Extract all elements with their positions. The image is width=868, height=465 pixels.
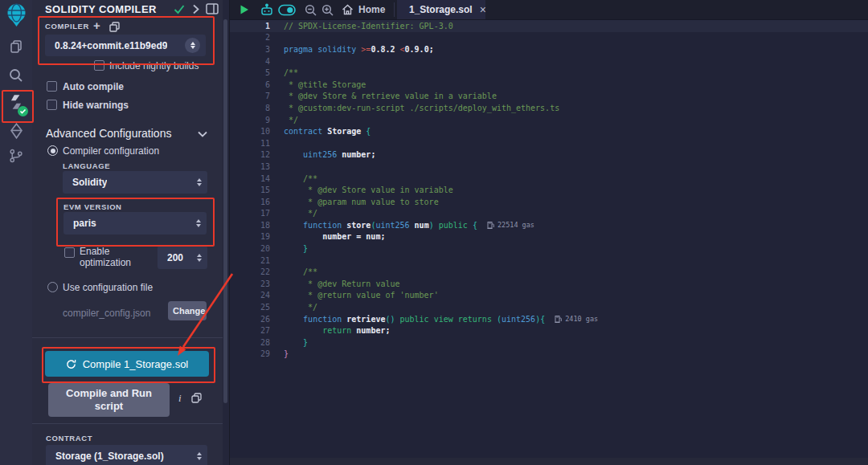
- code-line-14[interactable]: 14 /**: [230, 173, 868, 185]
- code-line-6[interactable]: 6 * @title Storage: [230, 79, 868, 91]
- include-nightly-checkbox[interactable]: [94, 60, 104, 71]
- code-line-10[interactable]: 10contract Storage {: [230, 125, 868, 137]
- code-line-12[interactable]: 12 uint256 number;: [230, 149, 868, 161]
- side-panel-scrollbar[interactable]: [223, 19, 227, 403]
- chevron-down-icon[interactable]: [198, 131, 207, 137]
- code-text: /**: [284, 68, 298, 77]
- solidity-compiler-icon[interactable]: [0, 93, 32, 111]
- remix-logo[interactable]: [0, 3, 32, 27]
- evm-version-select[interactable]: paris: [63, 212, 207, 235]
- search-icon[interactable]: [0, 67, 32, 84]
- info-icon[interactable]: i: [178, 392, 182, 405]
- line-number: 19: [230, 232, 270, 241]
- line-number: 27: [230, 326, 270, 335]
- line-number: 29: [230, 349, 270, 358]
- code-line-2[interactable]: 2: [230, 32, 868, 44]
- line-number: 21: [230, 256, 270, 265]
- line-number: 10: [230, 127, 270, 136]
- zoom-out-icon[interactable]: [305, 0, 317, 19]
- play-icon[interactable]: [239, 0, 250, 19]
- close-tab-icon[interactable]: ×: [480, 5, 486, 14]
- code-line-29[interactable]: 29}: [230, 349, 868, 361]
- line-number: 24: [230, 291, 270, 300]
- change-config-button[interactable]: Change: [168, 301, 207, 320]
- deploy-run-icon[interactable]: [0, 123, 32, 139]
- code-line-1[interactable]: 1// SPDX-License-Identifier: GPL-3.0: [230, 20, 868, 32]
- code-line-11[interactable]: 11: [230, 137, 868, 149]
- file-explorer-icon[interactable]: [0, 39, 32, 55]
- advanced-configurations-title[interactable]: Advanced Configurations: [46, 127, 171, 140]
- code-line-20[interactable]: 20 }: [230, 243, 868, 255]
- compile-and-run-button[interactable]: Compile and Run script: [48, 383, 170, 417]
- code-text: // SPDX-License-Identifier: GPL-3.0: [284, 22, 453, 31]
- code-line-16[interactable]: 16 * @param num value to store: [230, 196, 868, 208]
- line-number: 23: [230, 279, 270, 288]
- tab-1-storage-sol[interactable]: 1_Storage.sol ×: [397, 0, 485, 19]
- code-text: /**: [284, 174, 317, 183]
- code-line-3[interactable]: 3pragma solidity >=0.8.2 <0.9.0;: [230, 43, 868, 55]
- code-line-17[interactable]: 17 */: [230, 208, 868, 220]
- gas-estimate-badge: 2410 gas: [555, 315, 598, 323]
- line-number: 26: [230, 315, 270, 324]
- language-select[interactable]: Solidity: [63, 171, 207, 194]
- home-icon: [342, 4, 354, 15]
- line-number: 1: [230, 22, 270, 31]
- home-tab[interactable]: Home: [342, 0, 385, 19]
- solidity-compiler-panel: SOLIDITY COMPILER COMPILER + 0.8.24+comm…: [32, 0, 223, 465]
- copy-compiler-icon[interactable]: [109, 22, 120, 32]
- git-icon[interactable]: [0, 149, 32, 163]
- toggle-on-icon[interactable]: [278, 0, 296, 19]
- line-number: 5: [230, 68, 270, 77]
- code-line-8[interactable]: 8 * @custom:dev-run-script ./scripts/dep…: [230, 102, 868, 114]
- code-line-21[interactable]: 21: [230, 255, 868, 267]
- line-number: 13: [230, 162, 270, 171]
- code-line-18[interactable]: 18 function store(uint256 num) public {2…: [230, 219, 868, 231]
- add-compiler-icon[interactable]: +: [93, 18, 100, 32]
- contract-stepper-icon: [197, 452, 202, 460]
- code-line-13[interactable]: 13: [230, 161, 868, 173]
- copy-script-icon[interactable]: [191, 393, 202, 403]
- compiler-version-select[interactable]: 0.8.24+commit.e11b9ed9: [45, 35, 206, 56]
- runs-stepper-icon: [197, 254, 202, 262]
- code-text: }: [284, 244, 308, 253]
- tab-label: 1_Storage.sol: [409, 4, 473, 15]
- use-config-file-radio[interactable]: [47, 282, 58, 292]
- code-line-5[interactable]: 5/**: [230, 67, 868, 79]
- code-line-23[interactable]: 23 * @dev Return value: [230, 278, 868, 290]
- editor-area: Home 1_Storage.sol × 1// SPDX-License-Id…: [229, 0, 868, 465]
- code-line-9[interactable]: 9 */: [230, 114, 868, 126]
- code-line-19[interactable]: 19 number = num;: [230, 231, 868, 243]
- enable-optimization-checkbox[interactable]: [64, 247, 75, 258]
- contract-select[interactable]: Storage (1_Storage.sol): [46, 445, 207, 465]
- code-text: * @return value of 'number': [284, 291, 439, 300]
- evm-stepper-icon: [196, 219, 201, 227]
- chevron-right-icon[interactable]: [192, 4, 199, 14]
- panel-layout-icon[interactable]: [206, 3, 219, 14]
- tab-bar: Home 1_Storage.sol ×: [230, 0, 868, 20]
- code-line-25[interactable]: 25 */: [230, 301, 868, 313]
- evm-version-label: EVM VERSION: [63, 202, 122, 211]
- divider: [394, 2, 395, 17]
- code-line-15[interactable]: 15 * @dev Store value in variable: [230, 184, 868, 196]
- code-line-7[interactable]: 7 * @dev Store & retrieve value in a var…: [230, 91, 868, 103]
- code-line-26[interactable]: 26 function retrieve() public view retur…: [230, 313, 868, 325]
- code-line-27[interactable]: 27 return number;: [230, 324, 868, 337]
- divider: [32, 337, 223, 338]
- compiler-config-radio[interactable]: [47, 145, 58, 156]
- zoom-in-icon[interactable]: [321, 0, 334, 19]
- line-number: 4: [230, 57, 270, 66]
- compile-button[interactable]: Compile 1_Storage.sol: [45, 351, 209, 377]
- code-line-22[interactable]: 22 /**: [230, 266, 868, 278]
- code-line-4[interactable]: 4: [230, 55, 868, 67]
- code-text: }: [284, 349, 289, 358]
- code-line-28[interactable]: 28 }: [230, 337, 868, 349]
- robot-icon[interactable]: [260, 0, 274, 19]
- line-number: 6: [230, 80, 270, 89]
- hide-warnings-checkbox[interactable]: [47, 100, 57, 110]
- editor-horizontal-scrollbar[interactable]: [230, 458, 868, 465]
- use-config-file-label: Use configuration file: [63, 282, 153, 293]
- auto-compile-checkbox[interactable]: [47, 81, 57, 92]
- optimization-runs-input[interactable]: 200: [158, 246, 207, 269]
- code-line-24[interactable]: 24 * @return value of 'number': [230, 290, 868, 302]
- code-text: * @custom:dev-run-script ./scripts/deplo…: [284, 104, 559, 112]
